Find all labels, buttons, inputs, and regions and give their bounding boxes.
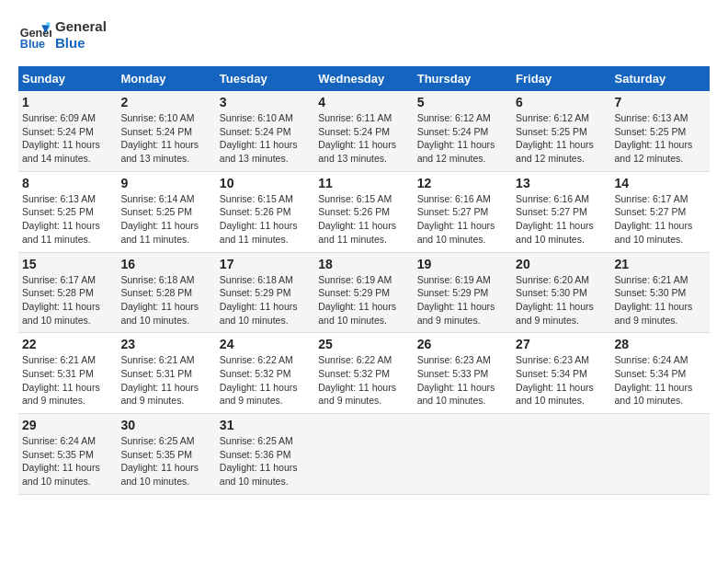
calendar-cell: 29 Sunrise: 6:24 AMSunset: 5:35 PMDaylig… [18,414,117,495]
calendar-cell: 30 Sunrise: 6:25 AMSunset: 5:35 PMDaylig… [117,414,215,495]
day-info: Sunrise: 6:14 AMSunset: 5:25 PMDaylight:… [120,192,211,247]
day-number: 26 [417,337,508,351]
calendar-cell: 11 Sunrise: 6:15 AMSunset: 5:26 PMDaylig… [314,171,413,252]
day-info: Sunrise: 6:15 AMSunset: 5:26 PMDaylight:… [318,192,409,247]
calendar-cell: 25 Sunrise: 6:22 AMSunset: 5:32 PMDaylig… [314,333,413,414]
calendar-cell: 20 Sunrise: 6:20 AMSunset: 5:30 PMDaylig… [512,252,610,333]
calendar-cell: 21 Sunrise: 6:21 AMSunset: 5:30 PMDaylig… [611,252,710,333]
calendar-cell: 19 Sunrise: 6:19 AMSunset: 5:29 PMDaylig… [414,252,512,333]
day-number: 25 [318,337,409,351]
day-number: 31 [220,418,311,432]
calendar-cell: 9 Sunrise: 6:14 AMSunset: 5:25 PMDayligh… [117,171,215,252]
day-info: Sunrise: 6:18 AMSunset: 5:29 PMDaylight:… [220,273,311,327]
calendar-cell: 16 Sunrise: 6:18 AMSunset: 5:28 PMDaylig… [117,252,215,333]
day-info: Sunrise: 6:13 AMSunset: 5:25 PMDaylight:… [22,192,113,247]
calendar-week-3: 15 Sunrise: 6:17 AMSunset: 5:28 PMDaylig… [18,252,710,333]
day-info: Sunrise: 6:25 AMSunset: 5:35 PMDaylight:… [120,434,211,488]
day-info: Sunrise: 6:16 AMSunset: 5:27 PMDaylight:… [417,192,508,247]
day-info: Sunrise: 6:23 AMSunset: 5:34 PMDaylight:… [516,353,607,408]
col-header-tuesday: Tuesday [216,66,314,91]
calendar-cell: 6 Sunrise: 6:12 AMSunset: 5:25 PMDayligh… [512,91,610,171]
calendar-cell: 5 Sunrise: 6:12 AMSunset: 5:24 PMDayligh… [414,91,512,171]
day-number: 19 [417,257,508,271]
calendar-table: SundayMondayTuesdayWednesdayThursdayFrid… [18,66,710,495]
day-info: Sunrise: 6:10 AMSunset: 5:24 PMDaylight:… [220,111,311,166]
day-number: 22 [22,337,113,351]
day-info: Sunrise: 6:12 AMSunset: 5:25 PMDaylight:… [516,111,607,166]
logo: General Blue General Blue [18,18,107,52]
day-number: 23 [120,337,211,351]
day-number: 13 [516,176,607,190]
day-info: Sunrise: 6:09 AMSunset: 5:24 PMDaylight:… [22,111,113,166]
day-number: 3 [220,95,311,109]
day-number: 14 [615,176,706,190]
calendar-cell: 7 Sunrise: 6:13 AMSunset: 5:25 PMDayligh… [611,91,710,171]
day-number: 11 [318,176,409,190]
day-number: 10 [220,176,311,190]
calendar-week-4: 22 Sunrise: 6:21 AMSunset: 5:31 PMDaylig… [18,333,710,414]
calendar-cell: 24 Sunrise: 6:22 AMSunset: 5:32 PMDaylig… [216,333,314,414]
day-number: 1 [22,95,113,109]
calendar-cell [512,414,610,495]
calendar-cell: 18 Sunrise: 6:19 AMSunset: 5:29 PMDaylig… [314,252,413,333]
calendar-cell: 31 Sunrise: 6:25 AMSunset: 5:36 PMDaylig… [216,414,314,495]
day-number: 28 [615,337,706,351]
day-number: 21 [615,257,706,271]
calendar-header-row: SundayMondayTuesdayWednesdayThursdayFrid… [18,66,710,91]
day-number: 2 [120,95,211,109]
col-header-sunday: Sunday [18,66,117,91]
day-info: Sunrise: 6:22 AMSunset: 5:32 PMDaylight:… [220,353,311,408]
logo-icon: General Blue [18,18,51,52]
day-number: 17 [220,257,311,271]
calendar-cell: 15 Sunrise: 6:17 AMSunset: 5:28 PMDaylig… [18,252,117,333]
calendar-cell: 1 Sunrise: 6:09 AMSunset: 5:24 PMDayligh… [18,91,117,171]
col-header-monday: Monday [117,66,215,91]
day-number: 15 [22,257,113,271]
day-number: 18 [318,257,409,271]
calendar-cell [414,414,512,495]
day-number: 9 [120,176,211,190]
day-info: Sunrise: 6:17 AMSunset: 5:28 PMDaylight:… [22,273,113,327]
day-info: Sunrise: 6:15 AMSunset: 5:26 PMDaylight:… [220,192,311,247]
calendar-cell: 10 Sunrise: 6:15 AMSunset: 5:26 PMDaylig… [216,171,314,252]
day-info: Sunrise: 6:21 AMSunset: 5:31 PMDaylight:… [120,353,211,408]
day-number: 5 [417,95,508,109]
svg-text:Blue: Blue [20,38,45,51]
logo-general: General [55,18,107,35]
day-number: 6 [516,95,607,109]
day-info: Sunrise: 6:10 AMSunset: 5:24 PMDaylight:… [120,111,211,166]
calendar-cell: 8 Sunrise: 6:13 AMSunset: 5:25 PMDayligh… [18,171,117,252]
day-info: Sunrise: 6:24 AMSunset: 5:35 PMDaylight:… [22,434,113,488]
calendar-cell: 4 Sunrise: 6:11 AMSunset: 5:24 PMDayligh… [314,91,413,171]
day-info: Sunrise: 6:21 AMSunset: 5:31 PMDaylight:… [22,353,113,408]
calendar-cell: 26 Sunrise: 6:23 AMSunset: 5:33 PMDaylig… [414,333,512,414]
calendar-cell: 17 Sunrise: 6:18 AMSunset: 5:29 PMDaylig… [216,252,314,333]
day-number: 20 [516,257,607,271]
day-number: 27 [516,337,607,351]
day-number: 29 [22,418,113,432]
day-info: Sunrise: 6:18 AMSunset: 5:28 PMDaylight:… [120,273,211,327]
day-info: Sunrise: 6:17 AMSunset: 5:27 PMDaylight:… [615,192,706,247]
calendar-cell: 27 Sunrise: 6:23 AMSunset: 5:34 PMDaylig… [512,333,610,414]
day-number: 8 [22,176,113,190]
calendar-cell: 22 Sunrise: 6:21 AMSunset: 5:31 PMDaylig… [18,333,117,414]
calendar-week-2: 8 Sunrise: 6:13 AMSunset: 5:25 PMDayligh… [18,171,710,252]
day-info: Sunrise: 6:24 AMSunset: 5:34 PMDaylight:… [615,353,706,408]
day-info: Sunrise: 6:20 AMSunset: 5:30 PMDaylight:… [516,273,607,327]
day-info: Sunrise: 6:21 AMSunset: 5:30 PMDaylight:… [615,273,706,327]
calendar-week-1: 1 Sunrise: 6:09 AMSunset: 5:24 PMDayligh… [18,91,710,171]
day-number: 12 [417,176,508,190]
col-header-friday: Friday [512,66,610,91]
calendar-cell: 13 Sunrise: 6:16 AMSunset: 5:27 PMDaylig… [512,171,610,252]
col-header-wednesday: Wednesday [314,66,413,91]
calendar-cell: 2 Sunrise: 6:10 AMSunset: 5:24 PMDayligh… [117,91,215,171]
calendar-cell: 3 Sunrise: 6:10 AMSunset: 5:24 PMDayligh… [216,91,314,171]
col-header-thursday: Thursday [414,66,512,91]
day-info: Sunrise: 6:12 AMSunset: 5:24 PMDaylight:… [417,111,508,166]
day-info: Sunrise: 6:25 AMSunset: 5:36 PMDaylight:… [220,434,311,488]
header: General Blue General Blue [18,18,710,52]
day-number: 24 [220,337,311,351]
day-number: 30 [120,418,211,432]
calendar-cell: 28 Sunrise: 6:24 AMSunset: 5:34 PMDaylig… [611,333,710,414]
day-number: 7 [615,95,706,109]
